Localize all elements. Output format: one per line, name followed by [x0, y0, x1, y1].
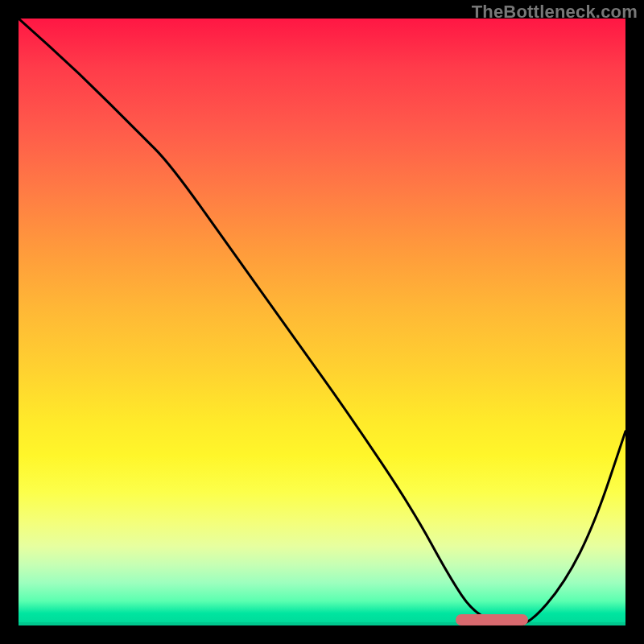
curve-path — [19, 19, 625, 625]
optimal-range-marker — [456, 614, 528, 625]
bottleneck-curve — [19, 19, 625, 625]
plot-area — [19, 19, 625, 625]
chart-canvas: TheBottleneck.com — [0, 0, 644, 644]
